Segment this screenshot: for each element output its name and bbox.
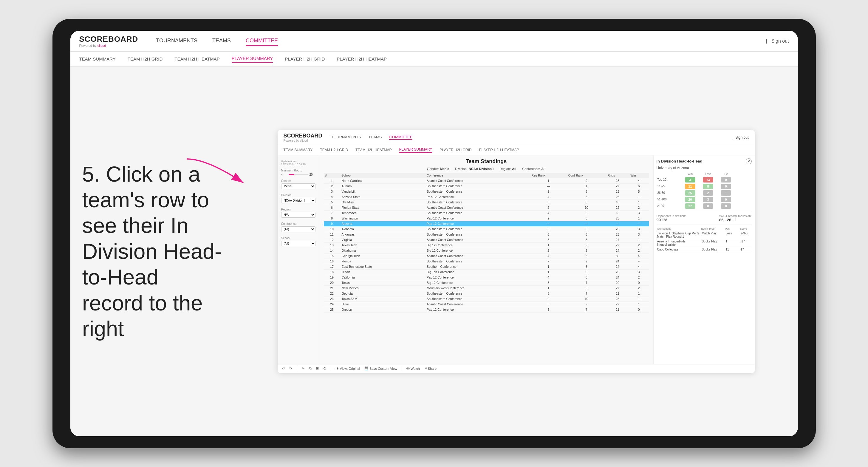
table-row[interactable]: 3 Vanderbilt Southeastern Conference 2 8… [324, 189, 649, 194]
table-row[interactable]: 9 Arizona Pac-12 Conference — — — — [324, 221, 649, 226]
table-row[interactable]: 21 New Mexico Mountain West Conference 1… [324, 285, 649, 291]
table-row[interactable]: 25 Oregon Pac-12 Conference 5 7 21 0 [324, 307, 649, 312]
sign-out-label[interactable]: Sign out [771, 38, 789, 43]
cell-conf-rank: 10 [567, 205, 606, 210]
table-row[interactable]: 11 Arkansas Southeastern Conference 6 8 … [324, 232, 649, 237]
th-pos: Pos [725, 227, 740, 230]
table-row[interactable]: 14 Oklahoma Big 12 Conference 2 8 24 2 [324, 248, 649, 253]
cell-rank: 14 [324, 248, 340, 253]
sub-player-summary[interactable]: PLAYER SUMMARY [232, 54, 273, 63]
table-row[interactable]: 4 Arizona State Pac-12 Conference 4 6 26… [324, 194, 649, 199]
cell-school: Oklahoma [340, 248, 425, 253]
table-row[interactable]: 22 Georgia Southeastern Conference 8 7 2… [324, 291, 649, 296]
sb-sub-team-summary[interactable]: TEAM SUMMARY [284, 148, 313, 152]
cell-rank: 10 [324, 226, 340, 232]
table-row[interactable]: 15 Georgia Tech Atlantic Coast Conferenc… [324, 253, 649, 258]
sb-sub-player-heatmap[interactable]: PLAYER H2H HEATMAP [479, 148, 519, 152]
sb-sign-out[interactable]: | Sign out [734, 135, 749, 139]
sb-nav-teams[interactable]: TEAMS [369, 135, 382, 140]
sub-team-h2h-grid[interactable]: TEAM H2H GRID [128, 55, 163, 63]
tour-score: 17 [740, 248, 755, 251]
table-row[interactable]: 24 Duke Atlantic Coast Conference 5 9 27… [324, 302, 649, 307]
table-row[interactable]: 23 Texas A&M Southeastern Conference 9 1… [324, 296, 649, 302]
share-icon: ↗ [424, 367, 427, 370]
tour-name: Cabo Collegiate [657, 248, 701, 251]
cell-conference: Pac-12 Conference [425, 307, 530, 312]
table-row[interactable]: 19 California Pac-12 Conference 4 8 24 2 [324, 275, 649, 280]
h2h-opp-label: Opponents in division: [657, 214, 686, 218]
watch-btn[interactable]: 👁 Watch [406, 367, 420, 370]
division-select[interactable]: NCAA Division I [281, 198, 315, 204]
h2h-close-button[interactable]: ✕ [746, 158, 752, 164]
slider-row: 4 20 [281, 173, 315, 176]
paste-btn[interactable]: ⊞ [316, 367, 319, 370]
division-filter: Division: NCAA Division I [455, 167, 494, 170]
table-row[interactable]: 12 Virginia Atlantic Coast Conference 3 … [324, 237, 649, 243]
tournament-row: Jackson T. Stephens Cup Men's Match-Play… [657, 231, 752, 239]
tour-name: Jackson T. Stephens Cup Men's Match-Play… [657, 232, 701, 238]
conference-select[interactable]: (All) [281, 226, 315, 232]
table-row[interactable]: 13 Texas Tech Big 12 Conference 1 9 27 2 [324, 243, 649, 248]
table-row[interactable]: 8 Washington Pac-12 Conference 2 8 23 1 [324, 216, 649, 221]
region-select[interactable]: N/A [281, 212, 315, 218]
step-back-btn[interactable]: ⟨ [297, 367, 298, 370]
school-select[interactable]: (All) [281, 241, 315, 246]
sb-nav-committee[interactable]: COMMITTEE [389, 135, 412, 140]
scissors-btn[interactable]: ✂ [302, 367, 305, 370]
sb-sub-player-h2h[interactable]: PLAYER H2H GRID [439, 148, 471, 152]
cell-reg-rank: — [530, 183, 567, 189]
table-row[interactable]: 16 Florida Southeastern Conference 7 9 2… [324, 258, 649, 264]
sb-nav-tournaments[interactable]: TOURNAMENTS [331, 135, 361, 140]
table-row[interactable]: 10 Alabama Southeastern Conference 5 8 2… [324, 226, 649, 232]
cell-reg-rank: 5 [530, 226, 567, 232]
table-row[interactable]: 5 Ole Miss Southeastern Conference 3 6 1… [324, 199, 649, 205]
cell-win: 1 [629, 199, 649, 205]
table-row[interactable]: 20 Texas Big 12 Conference 3 7 20 0 [324, 280, 649, 285]
view-original-btn[interactable]: 👁 View: Original [336, 367, 360, 370]
cell-conf-rank: 7 [567, 307, 606, 312]
sign-out[interactable]: | Sign out [766, 38, 789, 44]
sub-team-h2h-heatmap[interactable]: TEAM H2H HEATMAP [175, 55, 219, 63]
copy-btn[interactable]: ⧉ [309, 367, 312, 370]
cell-rank: 7 [324, 210, 340, 216]
nav-committee[interactable]: COMMITTEE [246, 36, 278, 46]
logo-area: SCOREBOARD Powered by clippd [79, 35, 138, 48]
table-row[interactable]: 2 Auburn Southeastern Conference — 1 27 … [324, 183, 649, 189]
save-custom-btn[interactable]: 💾 Save Custom View [364, 367, 397, 370]
share-btn[interactable]: ↗ Share [424, 367, 437, 370]
table-row[interactable]: 1 North Carolina Atlantic Coast Conferen… [324, 178, 649, 183]
h2h-title: In Division Head-to-Head [657, 159, 703, 163]
cell-school: New Mexico [340, 285, 425, 291]
sb-sub-team-h2h[interactable]: TEAM H2H GRID [320, 148, 348, 152]
nav-teams[interactable]: TEAMS [212, 36, 231, 46]
slider-bar[interactable] [289, 174, 308, 175]
sb-toolbar: ↺ ↻ ⟨ ✂ ⧉ ⊞ ⏱ 👁 View: Original 💾 [278, 364, 755, 373]
cell-rank: 12 [324, 237, 340, 243]
th-event-type: Event Type [701, 227, 725, 230]
cell-win: 4 [629, 178, 649, 183]
slider-max: 20 [310, 173, 315, 176]
undo-btn[interactable]: ↺ [282, 367, 285, 370]
sub-player-h2h-heatmap[interactable]: PLAYER H2H HEATMAP [337, 55, 387, 63]
annotation-area: 5. Click on a team's row to see their In… [70, 66, 235, 436]
gender-select[interactable]: Men's [281, 183, 315, 189]
cell-win: — [629, 221, 649, 226]
nav-tournaments[interactable]: TOURNAMENTS [156, 36, 197, 46]
cell-rnds: 27 [606, 285, 629, 291]
sb-sub-team-heatmap[interactable]: TEAM H2H HEATMAP [355, 148, 392, 152]
table-row[interactable]: 17 East Tennessee State Southern Confere… [324, 264, 649, 269]
sb-sub-player-summary[interactable]: PLAYER SUMMARY [399, 147, 432, 153]
cell-conf-rank: 8 [567, 237, 606, 243]
cell-conf-rank: 8 [567, 216, 606, 221]
sub-team-summary[interactable]: TEAM SUMMARY [79, 55, 116, 63]
cell-school: Ole Miss [340, 199, 425, 205]
table-row[interactable]: 6 Florida State Atlantic Coast Conferenc… [324, 205, 649, 210]
sub-player-h2h-grid[interactable]: PLAYER H2H GRID [285, 55, 325, 63]
clock-btn[interactable]: ⏱ [323, 367, 327, 370]
cell-win: 3 [629, 226, 649, 232]
redo-btn[interactable]: ↻ [289, 367, 292, 370]
th-rank: # [324, 173, 340, 178]
table-row[interactable]: 7 Tennessee Southeastern Conference 4 6 … [324, 210, 649, 216]
cell-conference: Southeastern Conference [425, 291, 530, 296]
table-row[interactable]: 18 Illinois Big Ten Conference 1 9 23 3 [324, 269, 649, 275]
